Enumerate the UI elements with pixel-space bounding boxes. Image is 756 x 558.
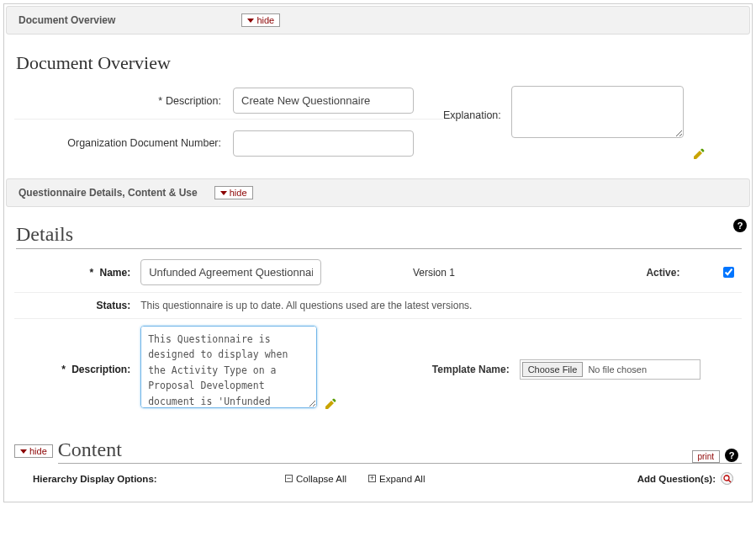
plus-box-icon: + [368,475,376,482]
status-label: Status: [14,293,135,319]
active-label: Active: [515,252,685,293]
content-title: Content [58,438,742,464]
triangle-down-icon [247,19,254,23]
doc-overview-header: Document Overview hide [6,6,750,35]
org-doc-number-input[interactable] [233,130,414,157]
triangle-down-icon [220,191,227,195]
template-file-input[interactable]: Choose File No file chosen [520,359,700,380]
details-title: Details [16,223,742,249]
minus-box-icon: − [285,475,293,482]
hide-label: hide [256,15,274,25]
status-text: This questionnaire is up to date. All qu… [135,293,742,319]
description-input[interactable] [233,88,414,114]
print-button[interactable]: print [692,450,720,463]
explanation-textarea[interactable] [511,86,684,138]
hide-questionnaire-details-button[interactable]: hide [214,186,253,199]
hierarchy-display-label: Hierarchy Display Options: [33,474,285,484]
doc-overview-body: Document Overview *Description: Organiza… [6,45,750,178]
svg-line-1 [728,480,731,482]
help-icon[interactable]: ? [733,219,747,232]
details-description-label: * Description: [14,319,135,421]
hide-doc-overview-button[interactable]: hide [241,13,280,27]
doc-overview-header-title: Document Overview [19,14,115,26]
expand-all-label: Expand All [379,474,425,484]
pencil-icon[interactable] [692,147,706,163]
version-label: Version 1 [353,252,514,293]
details-description-textarea[interactable]: This Questionnaire is designed to displa… [140,326,317,408]
pencil-icon[interactable] [324,397,337,413]
hide-content-button[interactable]: hide [14,444,53,458]
questionnaire-details-header: Questionnaire Details, Content & Use hid… [6,178,750,207]
details-body: ? Details * Name: Version 1 Active: Stat… [6,217,750,500]
choose-file-button[interactable]: Choose File [522,362,584,377]
svg-point-0 [724,476,729,481]
hide-label: hide [230,188,247,198]
triangle-down-icon [20,449,27,454]
no-file-text: No file chosen [583,364,647,375]
lookup-icon[interactable] [721,472,733,485]
name-label: * Name: [14,252,135,293]
collapse-all-label: Collapse All [296,474,346,484]
add-questions-label: Add Question(s): [637,474,716,484]
collapse-all-button[interactable]: − Collapse All [285,474,346,484]
template-name-label: Template Name: [353,319,514,421]
org-doc-number-label: Organization Document Number: [14,137,233,149]
expand-all-button[interactable]: + Expand All [368,474,425,484]
explanation-label: Explanation: [443,86,506,121]
questionnaire-details-header-title: Questionnaire Details, Content & Use [19,187,198,199]
active-checkbox[interactable] [723,267,734,278]
doc-overview-title: Document Overview [16,52,742,74]
hide-label: hide [29,446,47,456]
description-label: *Description: [14,95,233,107]
name-input[interactable] [140,259,321,285]
